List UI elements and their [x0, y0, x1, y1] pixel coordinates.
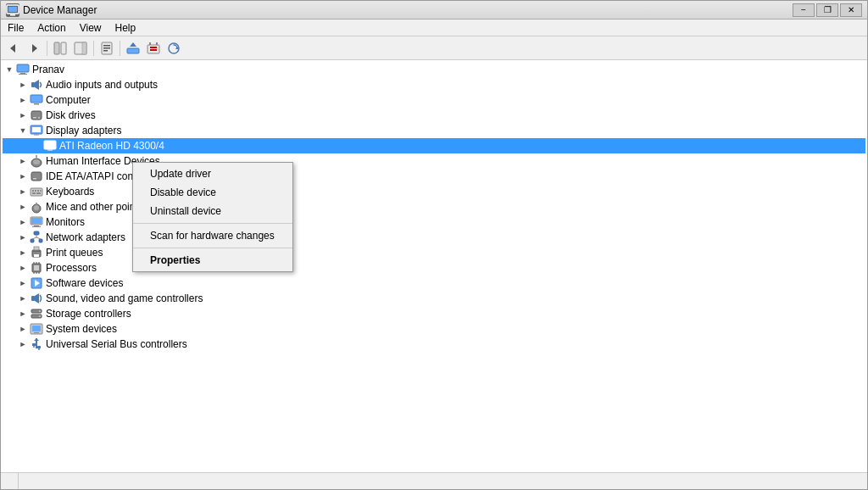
storage-icon	[30, 307, 43, 320]
menu-file[interactable]: File	[1, 19, 31, 36]
expand-hid[interactable]: ►	[16, 154, 30, 168]
svg-rect-88	[32, 343, 36, 346]
tree-item-ati-radeon[interactable]: ► ATI Radeon HD 4300/4	[3, 138, 865, 153]
keyboard-icon	[30, 185, 43, 198]
tree-item-storage[interactable]: ► Storage controllers	[3, 306, 865, 321]
expand-print[interactable]: ►	[16, 246, 30, 259]
tree-item-disk[interactable]: ► Disk drives	[3, 108, 865, 123]
svg-marker-26	[35, 80, 39, 90]
minimize-button[interactable]: −	[793, 3, 815, 17]
menu-view[interactable]: View	[73, 19, 108, 36]
svg-rect-2	[10, 14, 15, 16]
context-disable-device[interactable]: Disable device	[133, 183, 292, 202]
computer-device-icon	[30, 93, 43, 107]
context-uninstall-device[interactable]: Uninstall device	[133, 202, 292, 220]
tree-item-display-adapters[interactable]: ▼ Display adapters	[3, 123, 865, 138]
expand-monitors[interactable]: ►	[16, 215, 30, 229]
svg-rect-45	[35, 190, 36, 192]
expand-system[interactable]: ►	[16, 322, 30, 336]
expand-disk[interactable]: ►	[16, 109, 30, 122]
menu-action[interactable]: Action	[31, 19, 72, 36]
title-bar-buttons: − ❐ ✕	[793, 3, 862, 17]
expand-processors[interactable]: ►	[16, 261, 30, 275]
tree-item-usb[interactable]: ► Universal Serial Bus controllers	[3, 337, 865, 352]
svg-rect-29	[31, 111, 42, 120]
root-label: Pranav	[32, 64, 64, 75]
expand-network[interactable]: ►	[16, 231, 30, 244]
show-action-pane-button[interactable]	[71, 39, 90, 58]
ati-label: ATI Radeon HD 4300/4	[59, 140, 164, 152]
update-driver-button[interactable]	[124, 39, 142, 58]
svg-rect-22	[17, 64, 29, 72]
svg-rect-10	[103, 45, 110, 47]
context-update-driver[interactable]: Update driver	[133, 164, 292, 183]
processor-icon	[30, 261, 43, 275]
menu-help[interactable]: Help	[108, 19, 143, 36]
svg-rect-64	[34, 247, 39, 250]
context-scan-hardware[interactable]: Scan for hardware changes	[133, 226, 292, 245]
back-button[interactable]	[4, 39, 23, 58]
properties-button[interactable]	[97, 39, 116, 58]
svg-line-62	[36, 237, 41, 239]
svg-rect-8	[82, 42, 86, 54]
monitors-label: Monitors	[46, 216, 85, 228]
software-label: Software devices	[46, 277, 123, 289]
svg-rect-6	[61, 42, 66, 54]
system-label: System devices	[46, 323, 117, 335]
disk-label: Disk drives	[46, 109, 96, 121]
show-console-tree-button[interactable]	[51, 39, 70, 58]
tree-item-computer[interactable]: ► Computer	[3, 92, 865, 108]
svg-marker-87	[34, 338, 39, 341]
processors-label: Processors	[46, 262, 97, 274]
display-adapters-label: Display adapters	[46, 125, 121, 136]
svg-rect-55	[34, 226, 39, 226]
computer-label: Computer	[46, 94, 91, 106]
svg-rect-34	[34, 135, 39, 136]
expand-usb[interactable]: ►	[16, 337, 30, 351]
svg-rect-30	[33, 117, 36, 119]
forward-button[interactable]	[25, 39, 43, 58]
tree-item-software[interactable]: ► Software devices	[3, 276, 865, 291]
svg-rect-89	[37, 346, 41, 348]
toolbar-sep-3	[120, 41, 120, 56]
window-title: Device Manager	[23, 4, 97, 16]
disk-icon	[30, 109, 43, 122]
sound-icon	[30, 292, 43, 305]
context-properties[interactable]: Properties	[133, 251, 292, 270]
restore-button[interactable]: ❐	[816, 3, 838, 17]
svg-point-81	[39, 310, 41, 312]
display-adapter-icon	[30, 124, 43, 137]
svg-rect-5	[54, 42, 59, 54]
tree-root-pranav[interactable]: ▼ Pranav	[3, 62, 865, 77]
svg-rect-41	[31, 172, 42, 181]
svg-rect-42	[33, 178, 36, 180]
expand-keyboards[interactable]: ►	[16, 185, 30, 198]
svg-rect-49	[36, 192, 41, 194]
tree-item-system[interactable]: ► System devices	[3, 321, 865, 337]
expand-software[interactable]: ►	[16, 276, 30, 290]
print-icon	[30, 246, 43, 259]
expand-mice[interactable]: ►	[16, 200, 30, 214]
expand-sound[interactable]: ►	[16, 292, 30, 305]
expand-storage[interactable]: ►	[16, 307, 30, 320]
expand-root[interactable]: ▼	[3, 63, 16, 76]
svg-line-61	[32, 237, 36, 239]
svg-rect-56	[32, 226, 41, 227]
status-text	[4, 473, 19, 489]
close-button[interactable]: ✕	[840, 3, 862, 17]
main-content: ▼ Pranav ►	[1, 60, 867, 472]
tree-item-sound[interactable]: ► Sound, video and game controllers	[3, 291, 865, 306]
expand-ide[interactable]: ►	[16, 170, 30, 183]
expand-audio[interactable]: ►	[16, 78, 30, 92]
svg-marker-14	[130, 42, 136, 47]
tree-item-audio[interactable]: ► Audio inputs and outputs	[3, 77, 865, 92]
device-tree-pane[interactable]: ▼ Pranav ►	[1, 60, 867, 472]
expand-display[interactable]: ▼	[16, 124, 30, 137]
scan-hardware-button[interactable]	[164, 39, 183, 58]
svg-rect-57	[34, 231, 39, 235]
expand-computer[interactable]: ►	[16, 93, 30, 107]
svg-point-31	[38, 117, 40, 119]
uninstall-button[interactable]	[144, 39, 163, 58]
svg-rect-59	[39, 239, 42, 242]
svg-rect-12	[103, 50, 108, 52]
